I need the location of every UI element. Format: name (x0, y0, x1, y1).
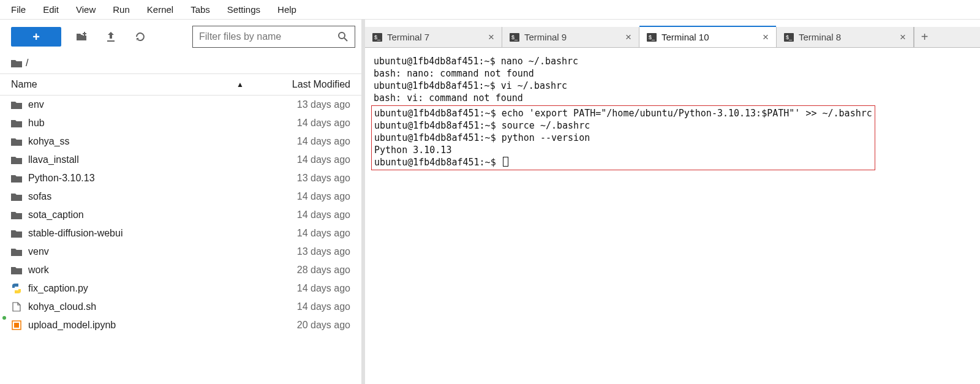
file-name: kohya_ss (28, 136, 291, 147)
file-row[interactable]: hub14 days ago (0, 114, 361, 132)
svg-point-1 (339, 32, 345, 39)
file-name: upload_model.ipynb (28, 320, 291, 331)
file-modified: 20 days ago (297, 320, 350, 331)
tab-label: Terminal 8 (799, 32, 841, 42)
tab-label: Terminal 9 (524, 32, 567, 42)
folder-icon (11, 266, 22, 274)
file-modified: 14 days ago (297, 136, 350, 147)
file-modified: 14 days ago (297, 154, 350, 165)
file-icon (11, 302, 22, 312)
file-modified: 13 days ago (297, 99, 350, 110)
file-name: llava_install (28, 154, 291, 165)
file-browser-panel: + / Name (0, 20, 365, 384)
file-name: work (28, 265, 291, 276)
main-work-area: $_Terminal 7×$_Terminal 9×$_Terminal 10×… (365, 20, 980, 384)
folder-icon (11, 174, 22, 183)
tab-bar: $_Terminal 7×$_Terminal 9×$_Terminal 10×… (365, 27, 980, 48)
file-row[interactable]: kohya_ss14 days ago (0, 132, 361, 151)
file-name: sofas (28, 191, 291, 202)
file-list-header: Name ▲ Last Modified (0, 74, 361, 96)
close-icon[interactable]: × (625, 31, 631, 43)
file-modified: 13 days ago (297, 173, 350, 184)
folder-icon (11, 247, 22, 256)
file-modified: 14 days ago (297, 209, 350, 220)
menu-run[interactable]: Run (104, 2, 138, 17)
search-icon (337, 31, 349, 42)
running-indicator (2, 316, 6, 320)
svg-rect-3 (14, 323, 19, 328)
file-name: kohya_cloud.sh (28, 301, 291, 312)
new-launcher-button[interactable]: + (11, 27, 61, 47)
folder-icon (11, 156, 22, 164)
column-name[interactable]: Name ▲ (11, 79, 256, 90)
folder-icon (11, 211, 22, 219)
menu-bar: FileEditViewRunKernelTabsSettingsHelp (0, 0, 980, 20)
file-name: stable-diffusion-webui (28, 228, 291, 239)
file-name: Python-3.10.13 (28, 173, 291, 184)
highlighted-commands: ubuntu@1fb4db8af451:~$ echo 'export PATH… (371, 105, 875, 170)
folder-icon (11, 59, 22, 67)
tab-label: Terminal 7 (387, 32, 429, 42)
terminal-icon: $_ (647, 33, 657, 42)
upload-button[interactable] (102, 28, 120, 46)
file-name: env (28, 99, 291, 110)
file-row[interactable]: venv13 days ago (0, 243, 361, 261)
terminal-icon: $_ (510, 33, 519, 42)
file-name: fix_caption.py (28, 283, 291, 294)
tab-terminal[interactable]: $_Terminal 8× (777, 27, 914, 47)
file-row[interactable]: stable-diffusion-webui14 days ago (0, 224, 361, 243)
file-modified: 14 days ago (297, 118, 350, 129)
file-row[interactable]: Python-3.10.1313 days ago (0, 169, 361, 187)
column-last-modified[interactable]: Last Modified (292, 79, 350, 90)
menu-tabs[interactable]: Tabs (182, 2, 219, 17)
file-row[interactable]: sota_caption14 days ago (0, 206, 361, 224)
python-icon (11, 284, 22, 293)
file-row[interactable]: kohya_cloud.sh14 days ago (0, 298, 361, 316)
file-modified: 14 days ago (297, 191, 350, 202)
tab-terminal[interactable]: $_Terminal 7× (365, 27, 502, 47)
menu-help[interactable]: Help (269, 2, 305, 17)
tab-label: Terminal 10 (662, 32, 709, 42)
file-toolbar: + (0, 20, 361, 54)
tab-terminal[interactable]: $_Terminal 9× (502, 27, 639, 47)
folder-icon (11, 137, 22, 146)
folder-icon (11, 100, 22, 109)
tab-terminal[interactable]: $_Terminal 10× (639, 27, 777, 47)
filter-files-input[interactable] (199, 31, 337, 42)
file-name: hub (28, 118, 291, 129)
close-icon[interactable]: × (900, 31, 906, 43)
menu-edit[interactable]: Edit (34, 2, 67, 17)
file-row[interactable]: work28 days ago (0, 261, 361, 279)
refresh-button[interactable] (131, 28, 149, 46)
file-row[interactable]: sofas14 days ago (0, 187, 361, 206)
file-modified: 14 days ago (297, 228, 350, 239)
folder-icon (11, 119, 22, 127)
menu-kernel[interactable]: Kernel (138, 2, 182, 17)
sort-asc-icon: ▲ (236, 80, 244, 89)
file-modified: 14 days ago (297, 301, 350, 312)
add-tab-button[interactable]: + (914, 27, 935, 47)
breadcrumb-path: / (26, 58, 28, 69)
menu-settings[interactable]: Settings (219, 2, 269, 17)
file-name: sota_caption (28, 209, 291, 220)
file-name: venv (28, 246, 291, 257)
menu-file[interactable]: File (2, 2, 34, 17)
menu-view[interactable]: View (67, 2, 104, 17)
file-modified: 14 days ago (297, 283, 350, 294)
filter-files-box[interactable] (192, 26, 355, 48)
file-row[interactable]: upload_model.ipynb20 days ago (0, 316, 361, 334)
file-row[interactable]: llava_install14 days ago (0, 151, 361, 169)
terminal-cursor (503, 157, 508, 167)
close-icon[interactable]: × (488, 31, 494, 43)
terminal-icon: $_ (372, 33, 382, 42)
file-row[interactable]: env13 days ago (0, 96, 361, 114)
breadcrumb[interactable]: / (0, 54, 361, 74)
file-list: env13 days agohub14 days agokohya_ss14 d… (0, 96, 361, 384)
new-folder-button[interactable] (72, 28, 91, 46)
file-row[interactable]: fix_caption.py14 days ago (0, 279, 361, 298)
folder-icon (11, 229, 22, 238)
terminal-icon: $_ (784, 33, 794, 42)
notebook-icon (11, 320, 22, 330)
terminal-output[interactable]: ubuntu@1fb4db8af451:~$ nano ~/.bashrc ba… (365, 48, 980, 384)
close-icon[interactable]: × (763, 31, 769, 43)
